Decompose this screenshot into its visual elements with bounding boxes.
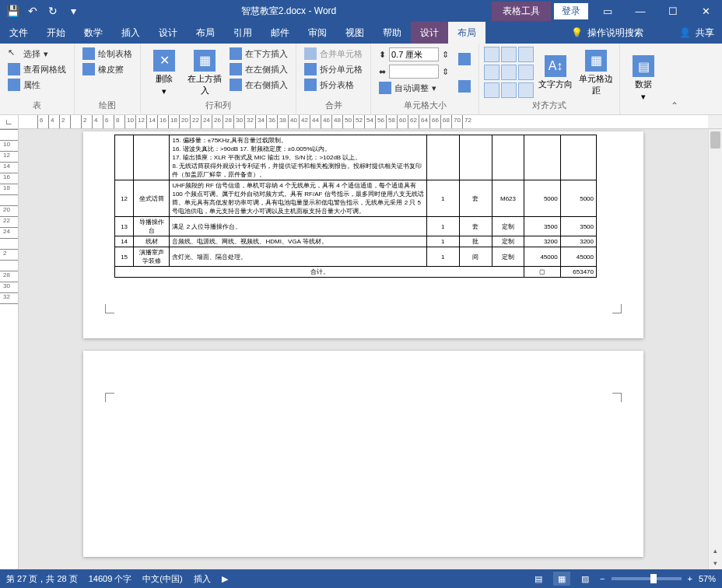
insert-right-button[interactable]: 在右侧插入 [226,78,291,92]
zoom-in-button[interactable]: + [688,574,692,583]
page-indicator[interactable]: 第 27 页，共 28 页 [6,573,78,585]
distribute-cols-icon [458,80,471,93]
save-icon[interactable]: 💾 [6,5,19,17]
total-icon-cell[interactable]: ▢ [524,267,560,278]
tab-selector[interactable]: ∟ [0,115,19,129]
insert-below-label: 在下方插入 [245,48,288,60]
tab-help[interactable]: 帮助 [373,22,411,44]
align-bl-button[interactable] [484,82,499,98]
total-value-cell[interactable]: 653470 [560,267,596,278]
word-count[interactable]: 14609 个字 [89,573,132,585]
tab-design[interactable]: 设计 [149,22,187,44]
scroll-up-button[interactable]: ▴ [709,544,722,557]
language-indicator[interactable]: 中文(中国) [142,573,182,585]
zoom-thumb[interactable] [650,574,657,583]
tab-table-design[interactable]: 设计 [411,22,448,44]
cell-margin-label: 单元格边距 [579,73,613,96]
zoom-out-button[interactable]: − [600,574,605,583]
vertical-ruler[interactable]: 10121416182022242283032 [0,129,19,569]
ruler-corner [708,115,722,129]
align-mc-button[interactable] [501,65,517,80]
draw-table-button[interactable]: 绘制表格 [79,47,135,61]
insert-left-button[interactable]: 在左侧插入 [226,62,291,76]
document-canvas[interactable]: 15. 偏移量：±75KHz,具有音量过载限制。 16. 谐波失真比：>90dB… [19,129,708,569]
data-button[interactable]: ▤数据▾ [625,47,662,110]
split-table-button[interactable]: 拆分表格 [301,78,366,92]
eraser-label: 橡皮擦 [98,64,124,75]
tab-insert[interactable]: 插入 [112,22,149,44]
tab-references[interactable]: 引用 [224,22,261,44]
table-row[interactable]: 12坐式话筒UHF频段的 RF 信号信道，单机可容纳 4 个无线单元，具有 4 … [115,180,597,217]
ribbon-display-icon[interactable]: ▭ [591,0,624,22]
contextual-tab-label: 表格工具 [492,2,551,21]
tab-view[interactable]: 视图 [336,22,373,44]
crop-mark [612,304,622,313]
align-tc-button[interactable] [501,47,517,62]
tab-layout[interactable]: 布局 [187,22,224,44]
share-button[interactable]: 共享 [696,26,714,40]
align-tr-button[interactable] [518,47,534,62]
distribute-rows-button[interactable] [455,52,474,66]
tab-mailings[interactable]: 邮件 [261,22,299,44]
collapse-ribbon-button[interactable]: ⌃ [667,44,682,114]
crop-mark [105,393,114,402]
align-bc-button[interactable] [501,82,517,98]
tab-math[interactable]: 数学 [75,22,112,44]
tell-me-search[interactable]: 操作说明搜索 [587,26,643,40]
tab-table-layout[interactable]: 布局 [448,22,485,44]
document-table[interactable]: 15. 偏移量：±75KHz,具有音量过载限制。 16. 谐波失真比：>90dB… [114,135,597,278]
row-height-field[interactable]: ⬍ ⇕ [376,47,452,62]
align-tl-button[interactable] [484,47,499,62]
login-button[interactable]: 登录 [554,3,588,19]
height-input[interactable] [389,47,439,61]
autofit-button[interactable]: 自动调整 ▾ [376,81,452,95]
total-label-cell[interactable]: 合计。 [115,267,524,278]
delete-button[interactable]: ✕删除▾ [145,47,183,99]
insert-above-button[interactable]: ▦在上方插入 [186,47,223,99]
align-mr-button[interactable] [518,65,534,80]
eraser-button[interactable]: 橡皮擦 [79,62,135,76]
distribute-cols-button[interactable] [455,79,474,93]
macro-icon[interactable]: ▶ [222,574,228,584]
web-layout-button[interactable]: ▨ [577,572,594,586]
tab-home[interactable]: 开始 [37,22,75,44]
qat-dropdown-icon[interactable]: ▾ [67,5,79,17]
close-button[interactable]: ✕ [689,0,722,22]
width-input[interactable] [389,65,439,79]
redo-icon[interactable]: ↻ [47,5,59,17]
table-row[interactable]: 14线材音频线、电源线、网线、视频线、HDMI、VGA 等线材。1批定制3200… [115,236,597,247]
align-br-button[interactable] [518,82,534,98]
tab-review[interactable]: 审阅 [299,22,336,44]
tab-file[interactable]: 文件 [0,22,37,44]
text-direction-button[interactable]: A↕文字方向 [537,47,574,99]
autofit-icon [379,82,391,94]
distribute-rows-icon [458,53,471,65]
text-line: 17. 输出插座：XLR 平衡式及 MIC 输出 19、S/N 比：>102dB… [172,153,423,162]
maximize-button[interactable]: ☐ [657,0,689,22]
scrollbar-thumb[interactable] [710,131,720,149]
zoom-level[interactable]: 57% [699,574,716,583]
minimize-button[interactable]: — [624,0,657,22]
align-ml-button[interactable] [484,65,499,80]
insert-below-button[interactable]: 在下方插入 [226,47,291,61]
col-width-field[interactable]: ⬌ ⇕ [376,64,452,79]
eraser-icon [82,63,95,75]
view-gridlines-button[interactable]: 查看网格线 [5,62,69,76]
zoom-slider[interactable] [612,577,682,580]
select-button[interactable]: ↖选择 ▾ [5,47,69,61]
table-cell[interactable]: 15. 偏移量：±75KHz,具有音量过载限制。 16. 谐波失真比：>90dB… [170,135,426,180]
vertical-scrollbar[interactable]: ▴ ▾ [708,129,722,569]
merge-cells-button[interactable]: 合并单元格 [301,47,366,61]
table-row[interactable]: 15演播室声学装修含灯光、墙面、隔音处理。1间定制4500045000 [115,247,597,267]
scroll-down-button[interactable]: ▾ [709,557,722,569]
split-cells-button[interactable]: 拆分单元格 [301,62,366,76]
cell-margins-button[interactable]: ▦单元格边距 [577,47,615,99]
undo-icon[interactable]: ↶ [26,5,39,17]
properties-button[interactable]: 属性 [5,78,69,92]
read-mode-button[interactable]: ▤ [530,572,547,586]
insert-mode[interactable]: 插入 [194,573,211,585]
horizontal-ruler[interactable]: 6422468101214161820222426283032343638404… [19,115,708,129]
alignment-grid [484,47,534,99]
table-row[interactable]: 13导播操作台满足 2 人位导播操作台。1套定制35003500 [115,217,597,236]
print-layout-button[interactable]: ▦ [553,572,570,586]
